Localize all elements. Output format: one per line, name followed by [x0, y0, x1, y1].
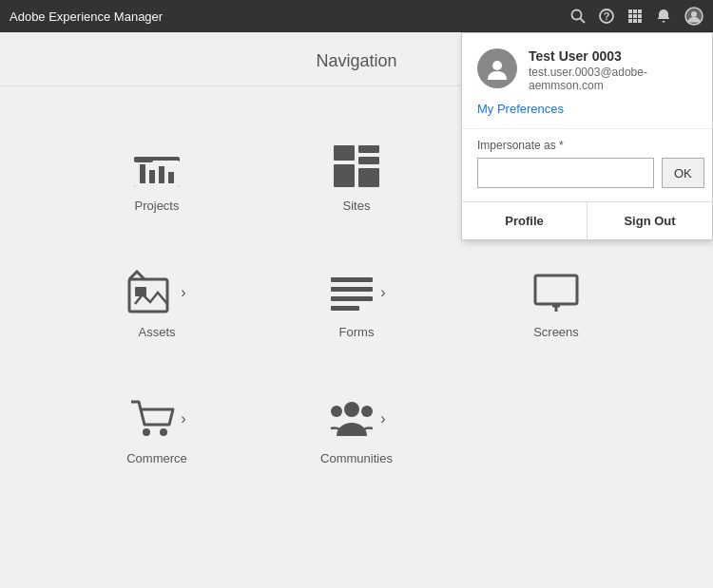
svg-text:?: ?: [604, 10, 610, 22]
sites-icon: [332, 143, 381, 189]
svg-rect-5: [633, 9, 637, 13]
impersonate-section: Impersonate as * OK: [462, 128, 712, 201]
profile-action-buttons: Profile Sign Out: [462, 201, 712, 239]
svg-point-42: [143, 428, 150, 436]
assets-arrow: ›: [181, 284, 185, 301]
user-profile-icon[interactable]: [684, 7, 703, 26]
forms-icon: ›: [327, 270, 385, 315]
forms-arrow: ›: [380, 284, 385, 301]
svg-rect-13: [663, 21, 665, 23]
impersonate-label: Impersonate as *: [477, 139, 697, 152]
svg-rect-19: [140, 164, 145, 183]
svg-rect-8: [633, 14, 637, 18]
communities-label: Communities: [320, 451, 393, 465]
profile-user-info: Test User 0003 test.user.0003@adobe-aemm…: [529, 48, 697, 92]
screens-label: Screens: [533, 325, 579, 339]
nav-item-assets[interactable]: › Assets: [57, 241, 257, 368]
nav-item-forms[interactable]: › Forms: [257, 241, 456, 368]
app-title: Adobe Experience Manager: [10, 9, 163, 24]
forms-label: Forms: [339, 325, 375, 339]
svg-point-43: [160, 428, 167, 436]
svg-rect-10: [628, 19, 632, 23]
svg-rect-27: [358, 168, 379, 187]
svg-rect-20: [149, 170, 155, 183]
projects-label: Projects: [135, 199, 180, 213]
svg-line-1: [581, 19, 586, 24]
communities-arrow: ›: [380, 410, 385, 427]
profile-button[interactable]: Profile: [462, 202, 588, 239]
svg-point-15: [691, 11, 697, 17]
nav-item-communities[interactable]: › Communities: [257, 368, 456, 494]
svg-rect-25: [358, 157, 379, 164]
nav-item-projects[interactable]: Projects: [57, 115, 257, 241]
svg-rect-24: [358, 145, 379, 153]
commerce-icon: ›: [127, 396, 185, 442]
topbar: Adobe Experience Manager ?: [0, 0, 713, 32]
svg-rect-22: [168, 172, 174, 183]
help-icon[interactable]: ?: [599, 9, 614, 24]
grid-icon[interactable]: [627, 9, 643, 24]
svg-point-46: [331, 406, 342, 417]
profile-email: test.user.0003@adobe-aemmson.com: [529, 66, 697, 92]
search-icon[interactable]: [570, 9, 586, 24]
svg-rect-4: [628, 9, 632, 13]
topbar-icons: ?: [570, 7, 703, 26]
svg-rect-34: [331, 277, 373, 282]
assets-label: Assets: [138, 325, 175, 339]
svg-rect-39: [545, 277, 581, 302]
my-preferences-link[interactable]: My Preferences: [477, 102, 564, 116]
svg-point-45: [361, 406, 373, 417]
nav-item-commerce[interactable]: › Commerce: [57, 368, 257, 494]
svg-rect-6: [638, 9, 642, 13]
svg-rect-18: [134, 157, 153, 162]
signout-button[interactable]: Sign Out: [588, 202, 712, 239]
communities-icon: ›: [327, 396, 385, 442]
svg-rect-36: [331, 296, 373, 301]
projects-icon: [132, 143, 182, 189]
profile-user-section: Test User 0003 test.user.0003@adobe-aemm…: [462, 33, 712, 100]
svg-point-0: [572, 10, 582, 20]
screens-icon: [531, 270, 581, 315]
navigation-title: Navigation: [316, 51, 396, 70]
svg-rect-37: [331, 306, 359, 311]
svg-point-47: [492, 61, 502, 70]
svg-rect-12: [638, 19, 642, 23]
svg-rect-9: [638, 14, 642, 18]
svg-rect-35: [331, 287, 373, 292]
profile-popup: Test User 0003 test.user.0003@adobe-aemm…: [461, 32, 713, 240]
svg-rect-11: [633, 19, 637, 23]
bell-icon[interactable]: [656, 9, 671, 24]
impersonate-ok-button[interactable]: OK: [662, 158, 704, 188]
profile-username: Test User 0003: [529, 48, 697, 64]
svg-point-44: [344, 402, 359, 417]
avatar: [477, 48, 517, 88]
impersonate-input[interactable]: [477, 158, 654, 188]
svg-rect-21: [159, 166, 164, 183]
nav-item-screens[interactable]: Screens: [456, 241, 656, 368]
main-content: Navigation Projects: [0, 32, 713, 588]
svg-rect-26: [334, 164, 355, 187]
sites-label: Sites: [343, 199, 371, 213]
svg-rect-38: [535, 275, 577, 304]
profile-preferences-link-container: My Preferences: [462, 100, 712, 128]
commerce-label: Commerce: [126, 451, 187, 465]
commerce-arrow: ›: [181, 410, 185, 427]
impersonate-row: OK: [477, 158, 697, 188]
svg-rect-23: [334, 145, 355, 161]
svg-rect-7: [628, 14, 632, 18]
nav-item-sites[interactable]: Sites: [257, 115, 456, 241]
assets-icon: ›: [127, 270, 185, 315]
